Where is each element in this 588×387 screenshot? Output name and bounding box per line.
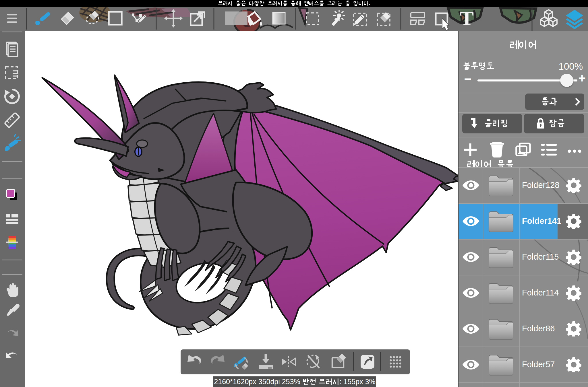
svg-text:T: T	[460, 7, 474, 30]
